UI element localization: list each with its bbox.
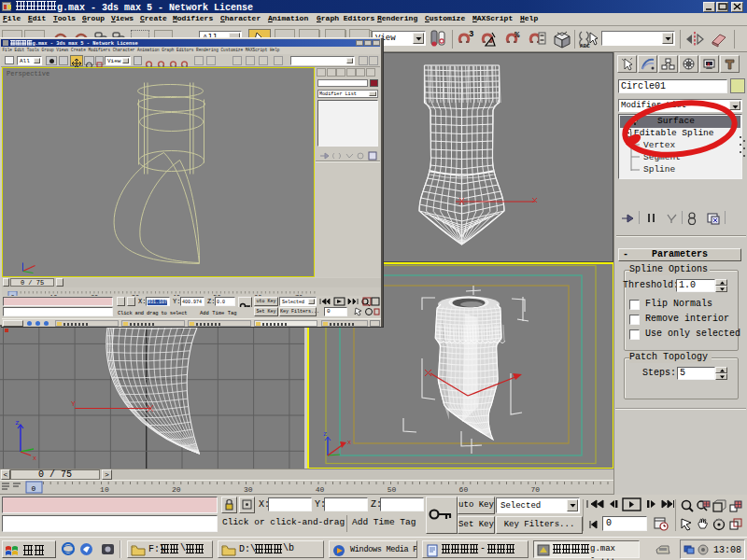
svg-text:z: z (323, 430, 327, 438)
svg-text:3: 3 (469, 30, 473, 39)
svg-text:30: 30 (244, 485, 253, 494)
svg-text:10: 10 (100, 485, 109, 494)
svg-text:ABC: ABC (580, 43, 590, 49)
svg-text:A: A (707, 63, 710, 68)
svg-text:60: 60 (459, 485, 469, 494)
svg-text:40: 40 (316, 485, 325, 494)
svg-text:Y: Y (71, 399, 76, 408)
svg-text:50: 50 (388, 485, 397, 494)
svg-text:70: 70 (530, 485, 540, 494)
svg-text:20: 20 (172, 485, 181, 494)
svg-text:z: z (15, 418, 20, 427)
svg-text:%: % (514, 31, 520, 40)
svg-text:0: 0 (32, 484, 36, 493)
svg-text:x: x (347, 439, 351, 446)
svg-text:x: x (33, 455, 36, 462)
